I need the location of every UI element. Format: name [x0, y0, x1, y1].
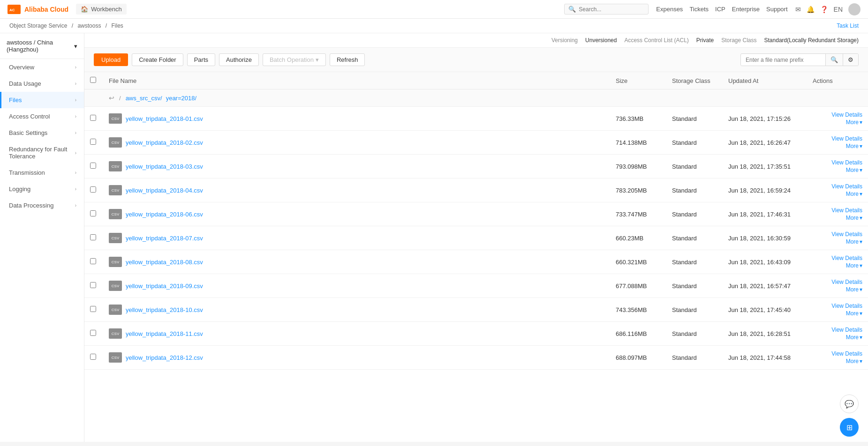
- sidebar-item-access-control[interactable]: Access Control›: [0, 108, 84, 125]
- row-checkbox-7[interactable]: [90, 282, 96, 288]
- more-actions-link[interactable]: More ▾: [846, 358, 862, 364]
- select-all-checkbox[interactable]: [90, 77, 96, 83]
- nav-icp[interactable]: ICP: [715, 6, 725, 13]
- search-input[interactable]: [579, 6, 644, 13]
- row-checkbox-10[interactable]: [90, 354, 96, 360]
- more-actions-link[interactable]: More ▾: [846, 238, 862, 245]
- sidebar-item-data-usage[interactable]: Data Usage›: [0, 75, 84, 92]
- file-name-link[interactable]: yellow_tripdata_2018-07.csv: [126, 235, 203, 242]
- sidebar-item-transmission[interactable]: Transmission›: [0, 164, 84, 181]
- table-row: CSV yellow_tripdata_2018-06.csv 733.747M…: [84, 202, 868, 226]
- user-avatar[interactable]: [848, 3, 860, 15]
- row-checkbox-2[interactable]: [90, 163, 96, 169]
- more-actions-link[interactable]: More ▾: [846, 286, 862, 293]
- file-search[interactable]: 🔍 ⚙: [740, 53, 859, 66]
- file-name-link[interactable]: yellow_tripdata_2018-09.csv: [126, 282, 203, 290]
- more-actions-link[interactable]: More ▾: [846, 334, 862, 341]
- row-checkbox-5[interactable]: [90, 234, 96, 240]
- question-icon[interactable]: ❓: [820, 6, 828, 13]
- file-name-link[interactable]: yellow_tripdata_2018-10.csv: [126, 306, 203, 313]
- file-name-link[interactable]: yellow_tripdata_2018-11.csv: [126, 330, 203, 337]
- view-details-link[interactable]: View Details: [831, 350, 862, 357]
- view-details-link[interactable]: View Details: [831, 135, 862, 142]
- breadcrumb-path: Object Storage Service / awstooss / File…: [9, 22, 123, 29]
- file-name-link[interactable]: yellow_tripdata_2018-12.csv: [126, 354, 203, 361]
- nav-support[interactable]: Support: [766, 6, 788, 13]
- breadcrumb-bucket[interactable]: awstooss: [77, 22, 101, 29]
- lang-label[interactable]: EN: [834, 6, 843, 13]
- file-search-input[interactable]: [741, 54, 825, 66]
- refresh-button[interactable]: Refresh: [330, 53, 365, 66]
- view-details-link[interactable]: View Details: [831, 303, 862, 309]
- row-checkbox-9[interactable]: [90, 330, 96, 336]
- view-details-link[interactable]: View Details: [831, 255, 862, 261]
- file-name-link[interactable]: yellow_tripdata_2018-01.csv: [126, 115, 203, 122]
- table-row: CSV yellow_tripdata_2018-08.csv 660.321M…: [84, 250, 868, 274]
- view-details-link[interactable]: View Details: [831, 207, 862, 214]
- bucket-selector[interactable]: awstooss / China (Hangzhou) ▾: [0, 33, 84, 59]
- nav-enterprise[interactable]: Enterprise: [732, 6, 760, 13]
- more-actions-link[interactable]: More ▾: [846, 191, 862, 197]
- batch-operation-button[interactable]: Batch Operation ▾: [263, 53, 326, 66]
- task-list-link[interactable]: Task List: [837, 22, 859, 29]
- row-checkbox-3[interactable]: [90, 186, 96, 193]
- workbench-button[interactable]: 🏠 Workbench: [76, 4, 127, 15]
- file-icon: CSV: [109, 113, 122, 124]
- bell-icon[interactable]: 🔔: [807, 6, 815, 13]
- file-name-link[interactable]: yellow_tripdata_2018-02.csv: [126, 139, 203, 146]
- row-storage-class: Standard: [666, 107, 723, 131]
- more-actions-link[interactable]: More ▾: [846, 310, 862, 317]
- storage-class-label: Storage Class: [721, 37, 756, 44]
- help-button[interactable]: ⊞: [840, 418, 859, 437]
- file-search-button[interactable]: 🔍: [825, 54, 843, 66]
- view-details-link[interactable]: View Details: [831, 183, 862, 190]
- global-search[interactable]: 🔍: [564, 4, 649, 15]
- view-details-link[interactable]: View Details: [831, 231, 862, 238]
- chat-button[interactable]: 💬: [840, 394, 859, 413]
- sidebar-item-basic-settings[interactable]: Basic Settings›: [0, 125, 84, 141]
- parts-button[interactable]: Parts: [187, 53, 215, 66]
- back-row-updated: [723, 89, 807, 107]
- more-actions-link[interactable]: More ▾: [846, 262, 862, 269]
- mail-icon[interactable]: ✉: [795, 6, 801, 13]
- back-arrow-icon[interactable]: ↩: [109, 94, 114, 102]
- chevron-down-icon-more: ▾: [860, 215, 862, 221]
- row-checkbox-4[interactable]: [90, 210, 96, 216]
- nav-tickets[interactable]: Tickets: [689, 6, 709, 13]
- sidebar: awstooss / China (Hangzhou) ▾ Overview›D…: [0, 33, 84, 442]
- sidebar-item-redundancy-for-fault-tolerance[interactable]: Redundancy for Fault Tolerance›: [0, 141, 84, 164]
- breadcrumb-oss[interactable]: Object Storage Service: [9, 22, 67, 29]
- view-details-link[interactable]: View Details: [831, 279, 862, 285]
- sidebar-item-files[interactable]: Files›: [0, 92, 84, 108]
- upload-button[interactable]: Upload: [94, 53, 128, 66]
- sidebar-item-logging[interactable]: Logging›: [0, 181, 84, 197]
- file-search-settings[interactable]: ⚙: [843, 54, 858, 66]
- view-details-link[interactable]: View Details: [831, 327, 862, 333]
- create-folder-button[interactable]: Create Folder: [132, 53, 183, 66]
- more-actions-link[interactable]: More ▾: [846, 167, 862, 173]
- row-updated-at: Jun 18, 2021, 16:59:24: [723, 178, 807, 202]
- sidebar-item-data-processing[interactable]: Data Processing›: [0, 197, 84, 214]
- more-actions-link[interactable]: More ▾: [846, 119, 862, 126]
- row-checkbox-0[interactable]: [90, 115, 96, 121]
- view-details-link[interactable]: View Details: [831, 112, 862, 118]
- view-details-link[interactable]: View Details: [831, 159, 862, 166]
- more-actions-link[interactable]: More ▾: [846, 215, 862, 221]
- nav-expenses[interactable]: Expenses: [656, 6, 683, 13]
- row-checkbox-8[interactable]: [90, 306, 96, 312]
- chevron-right-icon: ›: [75, 186, 76, 192]
- file-name-link[interactable]: yellow_tripdata_2018-03.csv: [126, 163, 203, 170]
- bottom-right-icons: 💬 ⊞: [840, 394, 859, 437]
- path-link-1[interactable]: aws_src_csv/: [126, 95, 162, 102]
- chevron-right-icon: ›: [75, 150, 76, 156]
- file-name-link[interactable]: yellow_tripdata_2018-04.csv: [126, 187, 203, 194]
- more-actions-link[interactable]: More ▾: [846, 143, 862, 149]
- path-separator: /: [119, 95, 121, 102]
- file-name-link[interactable]: yellow_tripdata_2018-08.csv: [126, 259, 203, 266]
- sidebar-item-overview[interactable]: Overview›: [0, 59, 84, 75]
- row-checkbox-1[interactable]: [90, 139, 96, 145]
- row-checkbox-6[interactable]: [90, 258, 96, 264]
- path-link-2[interactable]: year=2018/: [166, 95, 196, 102]
- authorize-button[interactable]: Authorize: [219, 53, 259, 66]
- file-name-link[interactable]: yellow_tripdata_2018-06.csv: [126, 211, 203, 218]
